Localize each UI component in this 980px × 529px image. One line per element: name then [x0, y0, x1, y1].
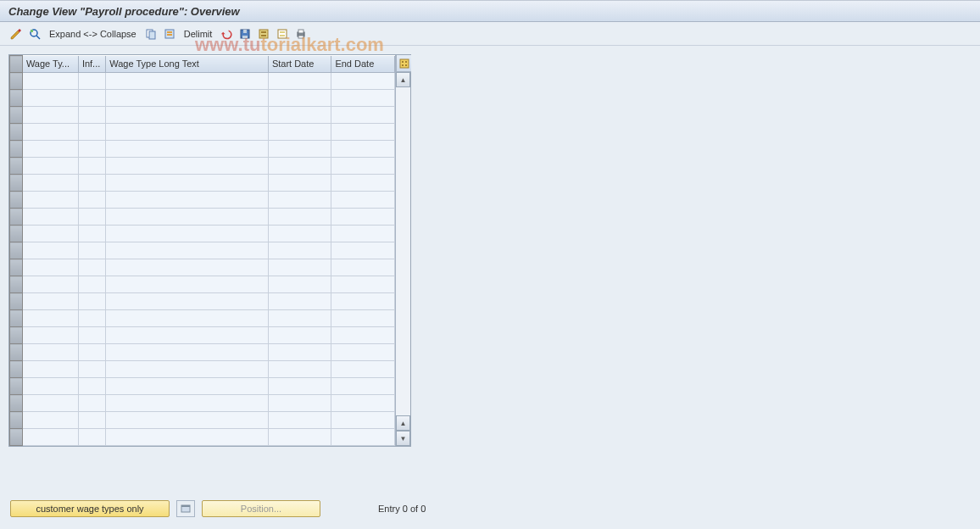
undo-icon[interactable] — [219, 26, 234, 42]
cell-wage-type[interactable] — [22, 429, 78, 446]
cell-infotype[interactable] — [78, 226, 105, 242]
cell-end-date[interactable] — [331, 141, 395, 158]
cell-end-date[interactable] — [331, 344, 395, 361]
cell-start-date[interactable] — [268, 310, 331, 327]
cell-long-text[interactable] — [106, 395, 269, 412]
cell-wage-type[interactable] — [22, 242, 78, 259]
cell-infotype[interactable] — [78, 175, 105, 192]
cell-end-date[interactable] — [331, 192, 395, 209]
cell-end-date[interactable] — [331, 209, 395, 226]
cell-long-text[interactable] — [106, 378, 269, 395]
scroll-track[interactable] — [396, 87, 410, 415]
deselect-all-icon[interactable] — [275, 26, 290, 42]
cell-end-date[interactable] — [331, 412, 395, 429]
cell-start-date[interactable] — [268, 124, 331, 141]
cell-long-text[interactable] — [106, 327, 269, 344]
cell-start-date[interactable] — [268, 175, 331, 192]
save-icon[interactable] — [237, 26, 253, 42]
print-icon[interactable] — [293, 26, 309, 42]
cell-long-text[interactable] — [106, 276, 269, 293]
cell-end-date[interactable] — [331, 293, 395, 310]
row-selector[interactable] — [10, 361, 23, 378]
cell-start-date[interactable] — [268, 73, 331, 90]
cell-infotype[interactable] — [78, 158, 105, 175]
cell-infotype[interactable] — [78, 192, 105, 209]
position-icon-button[interactable] — [176, 500, 195, 517]
row-selector[interactable] — [10, 226, 23, 242]
column-infotype[interactable]: Inf... — [78, 56, 105, 73]
cell-infotype[interactable] — [78, 293, 105, 310]
customer-wage-types-button[interactable]: customer wage types only — [10, 500, 170, 517]
cell-start-date[interactable] — [268, 107, 331, 124]
other-view-icon[interactable] — [27, 26, 42, 42]
cell-long-text[interactable] — [106, 209, 269, 226]
cell-long-text[interactable] — [106, 242, 269, 259]
cell-wage-type[interactable] — [22, 141, 78, 158]
cell-long-text[interactable] — [106, 226, 269, 242]
cell-start-date[interactable] — [268, 344, 331, 361]
cell-end-date[interactable] — [331, 124, 395, 141]
row-selector[interactable] — [10, 209, 23, 226]
row-selector[interactable] — [10, 293, 23, 310]
cell-start-date[interactable] — [268, 412, 331, 429]
cell-start-date[interactable] — [268, 242, 331, 259]
cell-wage-type[interactable] — [22, 344, 78, 361]
row-selector[interactable] — [10, 327, 23, 344]
cell-wage-type[interactable] — [22, 158, 78, 175]
cell-end-date[interactable] — [331, 226, 395, 242]
position-button[interactable]: Position... — [202, 500, 320, 517]
cell-end-date[interactable] — [331, 158, 395, 175]
cell-wage-type[interactable] — [22, 175, 78, 192]
cell-infotype[interactable] — [78, 107, 105, 124]
scroll-down-button-2[interactable]: ▼ — [396, 431, 410, 446]
row-selector[interactable] — [10, 175, 23, 192]
cell-infotype[interactable] — [78, 141, 105, 158]
cell-start-date[interactable] — [268, 259, 331, 276]
cell-wage-type[interactable] — [22, 327, 78, 344]
cell-start-date[interactable] — [268, 395, 331, 412]
row-selector[interactable] — [10, 192, 23, 209]
cell-end-date[interactable] — [331, 90, 395, 107]
cell-end-date[interactable] — [331, 175, 395, 192]
row-selector[interactable] — [10, 378, 23, 395]
cell-wage-type[interactable] — [22, 310, 78, 327]
toggle-change-icon[interactable] — [8, 26, 24, 42]
row-selector[interactable] — [10, 242, 23, 259]
cell-long-text[interactable] — [106, 141, 269, 158]
cell-infotype[interactable] — [78, 429, 105, 446]
cell-infotype[interactable] — [78, 344, 105, 361]
cell-long-text[interactable] — [106, 107, 269, 124]
cell-wage-type[interactable] — [22, 192, 78, 209]
row-selector[interactable] — [10, 344, 23, 361]
cell-end-date[interactable] — [331, 395, 395, 412]
scroll-up-button[interactable]: ▲ — [396, 72, 410, 87]
cell-infotype[interactable] — [78, 73, 105, 90]
row-selector[interactable] — [10, 107, 23, 124]
row-selector[interactable] — [10, 276, 23, 293]
cell-long-text[interactable] — [106, 124, 269, 141]
column-wage-type[interactable]: Wage Ty... — [22, 56, 78, 73]
cell-wage-type[interactable] — [22, 361, 78, 378]
cell-end-date[interactable] — [331, 73, 395, 90]
cell-infotype[interactable] — [78, 259, 105, 276]
cell-infotype[interactable] — [78, 361, 105, 378]
cell-long-text[interactable] — [106, 361, 269, 378]
cell-start-date[interactable] — [268, 361, 331, 378]
cell-infotype[interactable] — [78, 395, 105, 412]
cell-infotype[interactable] — [78, 310, 105, 327]
cell-start-date[interactable] — [268, 226, 331, 242]
row-selector[interactable] — [10, 395, 23, 412]
cell-wage-type[interactable] — [22, 412, 78, 429]
cell-infotype[interactable] — [78, 209, 105, 226]
cell-start-date[interactable] — [268, 158, 331, 175]
cell-wage-type[interactable] — [22, 209, 78, 226]
cell-end-date[interactable] — [331, 242, 395, 259]
cell-long-text[interactable] — [106, 175, 269, 192]
cell-end-date[interactable] — [331, 310, 395, 327]
cell-wage-type[interactable] — [22, 276, 78, 293]
cell-long-text[interactable] — [106, 158, 269, 175]
cell-infotype[interactable] — [78, 412, 105, 429]
cell-end-date[interactable] — [331, 107, 395, 124]
cell-wage-type[interactable] — [22, 73, 78, 90]
expand-collapse-button[interactable]: Expand <-> Collapse — [46, 29, 140, 39]
